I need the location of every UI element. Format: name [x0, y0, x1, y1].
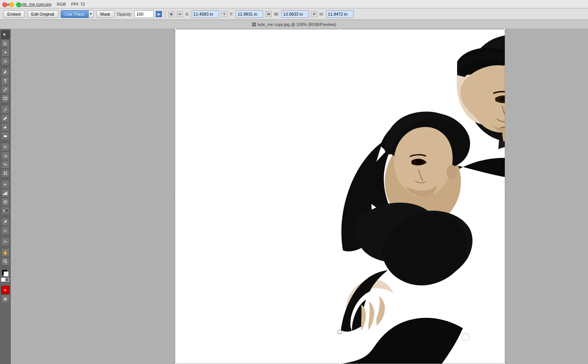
control-bar: Embed Edit Original Live Trace ▼ Mask Op… [0, 8, 588, 20]
bottom-center-handle[interactable] [338, 330, 342, 334]
svg-point-6 [4, 174, 5, 175]
warp-btn[interactable] [1, 160, 10, 169]
x-field[interactable]: 11.4583 in [192, 10, 219, 18]
svg-rect-1 [4, 97, 7, 100]
svg-point-16 [3, 260, 6, 263]
svg-line-17 [6, 262, 7, 263]
close-button[interactable] [2, 2, 7, 7]
pencil-btn[interactable] [1, 114, 10, 122]
svg-line-0 [4, 88, 7, 91]
svg-point-26 [416, 159, 423, 164]
line-btn[interactable] [1, 85, 10, 94]
svg-rect-8 [3, 193, 5, 195]
svg-point-5 [6, 172, 7, 172]
tool-sep-7 [2, 247, 9, 247]
edit-original-button[interactable]: Edit Original [27, 10, 58, 18]
direct-selection-tool-btn[interactable] [1, 39, 10, 48]
live-trace-dropdown[interactable]: Live Trace ▼ [61, 10, 94, 18]
mesh-btn[interactable] [1, 198, 10, 206]
swatches-btn[interactable]: ▦ [1, 295, 10, 303]
svg-rect-3 [4, 172, 6, 174]
scale-btn[interactable]: ⇲ [1, 151, 10, 160]
opacity-input[interactable] [134, 10, 153, 18]
separator-1 [165, 10, 165, 18]
svg-point-4 [4, 172, 5, 172]
rotate-btn[interactable]: ↻ [1, 143, 10, 151]
scissors-btn[interactable]: ✂ [1, 237, 10, 246]
svg-point-28 [463, 334, 468, 340]
blob-brush-btn[interactable]: ♣ [1, 123, 10, 131]
paintbrush-btn[interactable] [1, 105, 10, 114]
y-field[interactable]: 11.9931 in [236, 10, 263, 18]
rect-btn[interactable] [1, 94, 10, 103]
svg-point-25 [446, 165, 457, 179]
svg-rect-10 [6, 192, 7, 195]
svg-rect-9 [5, 192, 6, 195]
h-field[interactable]: 11.8472 in [326, 10, 354, 18]
w-icon: W [265, 11, 271, 17]
h-label: H: [320, 12, 324, 16]
title-icon: 🖼 [252, 22, 256, 27]
menu-bar: Image kyle_me copy.jpg RGB PPI: 72 [0, 0, 588, 8]
svg-point-7 [6, 174, 7, 175]
zoom-btn[interactable] [1, 257, 10, 266]
y-icon: Y [221, 11, 228, 17]
svg-rect-2 [4, 135, 7, 137]
free-transform-btn[interactable] [1, 169, 10, 177]
canvas-area[interactable] [11, 29, 588, 364]
tool-sep-1 [2, 66, 9, 67]
artwork [175, 29, 505, 364]
blend-btn[interactable]: ∞ [1, 226, 10, 235]
magic-wand-btn[interactable]: ✦ [1, 48, 10, 56]
symbol-sprayer-btn[interactable]: ● [1, 180, 10, 188]
tool-sep-2 [2, 104, 9, 104]
tool-sep-5 [2, 216, 9, 216]
hand-btn[interactable]: ✋ [1, 248, 10, 257]
live-trace-button[interactable]: Live Trace [61, 10, 89, 18]
h-icon: H [311, 11, 317, 17]
stroke-btn[interactable] [5, 278, 9, 282]
opacity-icon: ▶ [156, 11, 162, 17]
eyedropper-btn[interactable] [1, 217, 10, 226]
artboard-btn[interactable]: ⊞ [1, 286, 10, 294]
type-btn[interactable]: T [1, 77, 10, 85]
tool-sep-4 [2, 179, 9, 179]
w-label: W: [274, 12, 279, 16]
transform-icon-2[interactable]: ⇔ [177, 11, 183, 17]
selection-tool-btn[interactable] [1, 31, 10, 39]
pen-btn[interactable] [1, 68, 10, 76]
tool-sep-3 [2, 141, 9, 142]
fill-btn[interactable] [1, 278, 5, 282]
color-swatches[interactable] [1, 269, 10, 277]
artwork-svg [175, 29, 505, 364]
color-mode-btns [1, 278, 10, 284]
eraser-btn[interactable] [1, 132, 10, 140]
minimize-button[interactable] [9, 2, 14, 7]
transform-icon-1[interactable]: ⊞ [168, 11, 174, 17]
opacity-label: Opacity: [117, 12, 132, 16]
column-graph-btn[interactable] [1, 189, 10, 197]
svg-rect-15 [3, 210, 7, 211]
traffic-lights [2, 2, 21, 7]
live-trace-arrow[interactable]: ▼ [89, 10, 94, 18]
toolbar: ✦ ⊙ T ♣ ↻ [0, 29, 11, 364]
tool-sep-8 [2, 267, 9, 267]
ppi-label: PPI: 72 [71, 2, 85, 6]
embed-button[interactable]: Embed [3, 10, 25, 18]
maximize-button[interactable] [16, 2, 21, 7]
document-title: kyle_me copy.jpg @ 100% (RGB/Preview) [258, 22, 336, 27]
w-field[interactable]: 13.0833 in [281, 10, 309, 18]
title-bar: 🖼 kyle_me copy.jpg @ 100% (RGB/Preview) [0, 20, 588, 29]
gradient-btn[interactable] [1, 206, 10, 215]
mask-button[interactable]: Mask [96, 10, 115, 18]
main-area: ✦ ⊙ T ♣ ↻ [0, 29, 588, 364]
tool-sep-6 [2, 236, 9, 236]
y-label: Y: [230, 12, 234, 16]
x-label: X: [185, 12, 189, 16]
file-name-link[interactable]: kyle_me copy.jpg [19, 2, 52, 6]
document-canvas [175, 29, 505, 364]
color-mode: RGB [57, 2, 66, 6]
lasso-btn[interactable]: ⊙ [1, 57, 10, 65]
